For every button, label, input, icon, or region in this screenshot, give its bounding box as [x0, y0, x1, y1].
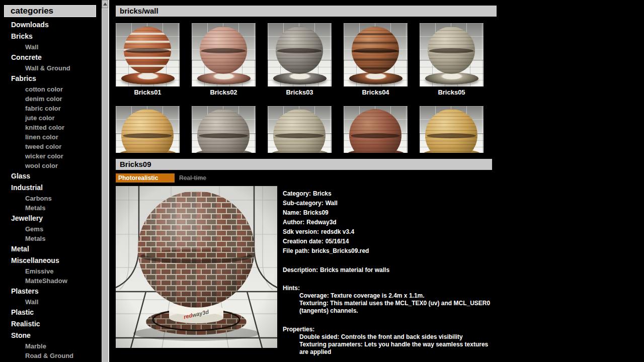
sidebar-item-fabrics[interactable]: Fabrics	[0, 73, 102, 84]
sidebar-item-metals[interactable]: Metals	[0, 234, 102, 243]
sidebar-item-stone[interactable]: Stone	[0, 330, 102, 341]
sidebar-item-label: MatteShadow	[25, 277, 67, 285]
thumbnail-bricks04[interactable]	[344, 23, 408, 86]
sidebar-scrollbar[interactable]	[102, 0, 108, 362]
sidebar-item-realistic[interactable]: Realistic	[0, 318, 102, 330]
sidebar-item-label: fabric color	[25, 105, 61, 112]
field-category: Category:Bricks	[283, 189, 493, 199]
thumbnail-row2-3[interactable]	[268, 106, 332, 153]
sidebar-item-label: wool color	[25, 162, 58, 169]
field-sdk-version: Sdk version:redsdk v3.4	[283, 227, 493, 237]
thumbnail-label: Bricks04	[344, 88, 408, 96]
preview-render: redway3d	[116, 186, 277, 348]
sidebar-item-label: tweed color	[25, 143, 61, 150]
sidebar-item-bricks[interactable]: Bricks	[0, 31, 102, 42]
sidebar-item-label: Metals	[25, 204, 45, 212]
categories-header: categories	[4, 5, 96, 17]
sidebar-item-road-ground[interactable]: Road & Ground	[0, 351, 102, 360]
sidebar-item-label: Glass	[11, 172, 30, 180]
material-browser: bricks/wall Bricks01Bricks02Bricks03Bric…	[116, 0, 497, 362]
sidebar-item-wall[interactable]: Wall	[0, 42, 102, 52]
sidebar-item-wall[interactable]: Wall	[0, 297, 102, 307]
thumb-pedestal	[197, 72, 251, 84]
thumb-material-ball	[428, 27, 475, 74]
scroll-up-button[interactable]	[102, 0, 108, 8]
tab-realtime[interactable]: Real-time	[177, 173, 208, 183]
browser-header: bricks/wall	[116, 6, 497, 17]
sidebar-item-label: Metals	[25, 235, 45, 242]
thumbnail-label: Bricks01	[116, 88, 180, 96]
sidebar-item-label: denim color	[25, 95, 62, 103]
thumbnail-bricks02[interactable]	[192, 23, 256, 86]
thumb-pedestal	[349, 72, 403, 84]
sidebar-item-label: knitted color	[25, 124, 64, 131]
thumbnail-row2-2[interactable]	[192, 106, 256, 153]
sidebar-item-denim-color[interactable]: denim color	[0, 94, 102, 104]
sidebar-item-miscellaneous[interactable]: Miscellaneous	[0, 255, 102, 266]
sidebar-item-label: Downloads	[11, 21, 49, 29]
sidebar-item-fabric-color[interactable]: fabric color	[0, 104, 102, 113]
hints-title: Hints:	[283, 285, 493, 292]
sidebar-item-knitted-color[interactable]: knitted color	[0, 123, 102, 132]
sidebar-item-marble[interactable]: Marble	[0, 341, 102, 351]
sidebar-item-glass[interactable]: Glass	[0, 170, 102, 182]
sidebar-item-carbons[interactable]: Carbons	[0, 194, 102, 203]
sidebar-item-label: Carbons	[25, 195, 52, 202]
sidebar-item-label: Wall & Ground	[25, 64, 70, 72]
categories-panel: categories DownloadsBricksWallConcreteWa…	[0, 0, 102, 362]
hint-item: Coverage: Texture coverage is 2.4m x 1.1…	[283, 292, 493, 300]
sidebar-item-emissive[interactable]: Emissive	[0, 266, 102, 276]
sidebar-item-cotton-color[interactable]: cotton color	[0, 84, 102, 94]
sidebar-item-label: Jewellery	[11, 214, 43, 222]
sidebar-item-metals[interactable]: Metals	[0, 203, 102, 213]
description-line: Description:Bricks material for walls	[283, 265, 493, 275]
sidebar-item-label: Wall	[25, 298, 38, 306]
thumbnail-row-1	[116, 23, 484, 86]
sidebar-item-jewellery[interactable]: Jewellery	[0, 213, 102, 224]
detail-header: Bricks09	[116, 159, 492, 170]
sidebar-item-label: Road & Ground	[25, 352, 73, 359]
scrollbar-thumb[interactable]	[102, 9, 108, 362]
app-root: categories DownloadsBricksWallConcreteWa…	[0, 0, 644, 362]
sidebar-item-label: Concrete	[11, 53, 42, 61]
sidebar-item-plasters[interactable]: Plasters	[0, 286, 102, 297]
sidebar-item-label: Fabrics	[11, 74, 36, 82]
sidebar-item-wool-color[interactable]: wool color	[0, 161, 102, 170]
thumbnail-bricks01[interactable]	[116, 23, 180, 86]
thumbnail-row2-5[interactable]	[420, 106, 484, 153]
sidebar-item-label: Marble	[25, 342, 46, 350]
sidebar-item-linen-color[interactable]: linen color	[0, 132, 102, 142]
sidebar-item-label: Industrial	[11, 184, 43, 192]
thumbnail-row2-1[interactable]	[116, 106, 180, 153]
thumbnail-bricks03[interactable]	[268, 23, 332, 86]
thumbnail-label: Bricks02	[192, 88, 256, 96]
thumb-pedestal	[425, 72, 478, 84]
sidebar-item-downloads[interactable]: Downloads	[0, 19, 102, 31]
sidebar-item-label: wicker color	[25, 152, 63, 160]
sidebar-item-tweed-color[interactable]: tweed color	[0, 142, 102, 151]
sidebar-item-jute-color[interactable]: jute color	[0, 113, 102, 123]
hint-item: Texturing: This material uses the MCL_TE…	[283, 300, 493, 315]
thumbnail-label: Bricks05	[420, 88, 484, 96]
sidebar-item-label: jute color	[25, 114, 55, 122]
field-name: Name:Bricks09	[283, 208, 493, 218]
sidebar-item-concrete[interactable]: Concrete	[0, 52, 102, 63]
thumb-material-ball	[124, 27, 171, 74]
property-item: Texturing parameters: Lets you handle th…	[283, 341, 493, 356]
metadata-fields: Category:BricksSub-category:WallName:Bri…	[283, 189, 493, 256]
sidebar-item-industrial[interactable]: Industrial	[0, 182, 102, 194]
thumbnail-label-row: Bricks01Bricks02Bricks03Bricks04Bricks05	[116, 88, 484, 96]
sidebar-item-label: Stone	[11, 331, 31, 339]
hints-list: Coverage: Texture coverage is 2.4m x 1.1…	[283, 292, 493, 315]
thumbnail-label: Bricks03	[268, 88, 332, 96]
sidebar-item-wicker-color[interactable]: wicker color	[0, 151, 102, 161]
sidebar-item-label: Miscellaneous	[11, 256, 59, 264]
sidebar-item-matteshadow[interactable]: MatteShadow	[0, 276, 102, 286]
sidebar-item-wall-ground[interactable]: Wall & Ground	[0, 63, 102, 73]
sidebar-item-gems[interactable]: Gems	[0, 224, 102, 234]
thumbnail-bricks05[interactable]	[420, 23, 484, 86]
tab-photorealistic[interactable]: Photorealistic	[116, 173, 175, 183]
thumbnail-row2-4[interactable]	[344, 106, 408, 153]
sidebar-item-plastic[interactable]: Plastic	[0, 307, 102, 318]
sidebar-item-metal[interactable]: Metal	[0, 243, 102, 255]
